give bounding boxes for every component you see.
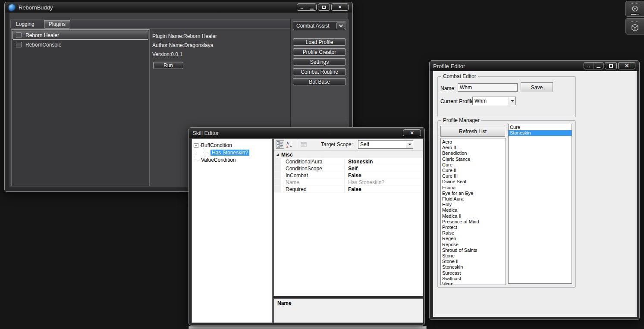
target-scope-label: Target Scope: [321,141,353,147]
panel-button[interactable]: Combat Routine [293,68,346,75]
skill-list-item[interactable]: Cure III [441,173,506,179]
resize-icon[interactable]: ↔ [584,63,594,69]
plugin-name-line: Plugin Name:Reborn Healer [152,32,217,41]
minimize-button[interactable] [307,4,316,10]
tree-node-valuecondition[interactable]: ValueCondition [201,157,236,163]
property-value[interactable]: Stoneskin [344,158,423,165]
tree-line [204,153,210,153]
panel-button-label: Profile Creator [303,49,336,55]
property-value[interactable]: False [344,186,423,192]
profile-list-item[interactable]: Cure [509,125,572,130]
name-label: Name: [440,85,456,91]
skill-list-item[interactable]: Medica II [441,213,506,219]
tab[interactable]: Plugins [44,20,70,28]
refresh-list-button[interactable]: Refresh List [440,126,505,137]
skill-list-item[interactable]: Stone II [441,259,506,264]
property-grid-rows: Misc ConditionalAura Stoneskin Condition… [274,151,423,296]
docked-bot-tile-1[interactable] [625,1,644,17]
skill-list-item[interactable]: Raise [441,230,506,236]
skill-name: Medica II [442,213,462,219]
skill-list-item[interactable]: Cure II [441,168,506,173]
current-profile-arrow-button[interactable] [509,97,515,105]
target-scope-arrow-button[interactable] [406,141,413,148]
skill-list-item[interactable]: Eye for an Eye [441,191,506,196]
plugin-row[interactable]: RebornConsole [13,40,148,49]
property-row[interactable]: InCombat False [274,172,423,179]
tree-node-buffcondition[interactable]: BuffCondition [201,142,232,148]
skill-name: Cure II [442,168,456,173]
profile-editor-titlebar[interactable]: Profile Editor ↔ ✕ [430,61,639,71]
maximize-button[interactable] [318,3,330,11]
docked-bot-tile-2[interactable] [625,18,644,34]
run-button[interactable]: Run [153,62,183,69]
tab[interactable]: Logging [11,20,40,28]
skill-list-item[interactable]: Holy [441,202,506,207]
sort-alphabetical-icon[interactable]: A Z [285,140,294,149]
categorized-view-icon[interactable] [276,140,284,149]
background-window-edge [188,326,427,329]
skill-name: Cure III [442,173,458,179]
skill-list-item[interactable]: Presence of Mind [441,219,506,225]
plugin-checkbox[interactable] [16,32,22,38]
skill-list-item[interactable]: Repose [441,242,506,248]
panel-button[interactable]: Profile Creator [293,48,346,56]
cube-icon [631,23,639,32]
chevron-down-icon [339,23,343,27]
current-profile-value: Whm [473,98,509,104]
panel-button[interactable]: Bot Base [293,78,346,85]
close-button[interactable]: ✕ [618,62,635,69]
profile-editor-title: Profile Editor [430,63,465,69]
property-category-row[interactable]: Misc [274,151,423,158]
property-grid: A Z Target Scope: Self [273,138,423,296]
skill-list-item[interactable]: Aero [441,139,506,145]
plugin-row[interactable]: Reborn Healer [13,31,148,40]
skill-list-item[interactable]: Cleric Stance [441,157,506,162]
skill-list-item[interactable]: Protect [441,225,506,230]
skill-list-item[interactable]: Shroud of Saints [441,248,506,253]
property-row-gutter [274,158,281,165]
profile-list-item[interactable]: Stoneskin [509,130,572,136]
tree-collapse-icon[interactable]: − [194,143,198,148]
property-value[interactable]: Self [344,165,423,172]
property-row-gutter [274,179,281,185]
tree-node-has-stoneskin[interactable]: Has Stoneskin? [210,150,249,156]
plugin-checkbox[interactable] [16,42,22,47]
property-name: Name [281,179,344,185]
bot-selector-dropdown[interactable]: Combat Assist [293,21,346,30]
skill-list-item[interactable]: Aero II [441,145,506,150]
panel-button[interactable]: Load Profile [293,38,346,46]
rebornbuddy-titlebar[interactable]: RebornBuddy ↔ ✕ [5,2,352,13]
profile-name-input[interactable] [458,83,518,92]
target-scope-dropdown[interactable]: Self [358,140,413,149]
skill-list-item[interactable]: Esuna [441,185,506,191]
skill-editor-close-button[interactable]: ✕ [403,129,421,136]
minimize-icon [310,9,314,9]
property-value[interactable]: False [344,172,423,179]
skill-list-item[interactable]: Stone [441,253,506,259]
skill-list-item[interactable]: Fluid Aura [441,196,506,202]
skill-list-item[interactable]: Divine Seal [441,179,506,185]
maximize-button[interactable] [605,62,617,69]
skill-list-item[interactable]: Benediction [441,150,506,156]
skill-list-item[interactable]: Virus [441,282,506,285]
minimize-button[interactable] [594,63,603,69]
close-button[interactable]: ✕ [331,3,349,11]
property-row[interactable]: ConditionalAura Stoneskin [274,158,423,165]
skill-list-item[interactable]: Stoneskin [441,264,506,270]
skill-list-item[interactable]: Surecast [441,270,506,276]
panel-button[interactable]: Settings [293,58,346,66]
save-button[interactable]: Save [521,82,553,92]
skill-list-item[interactable]: Medica [441,207,506,213]
skill-list-item[interactable]: Cure [441,162,506,168]
current-profile-dropdown[interactable]: Whm [472,97,516,105]
resize-icon[interactable]: ↔ [297,4,307,10]
property-row[interactable]: Required False [274,186,423,193]
property-row[interactable]: ConditionScope Self [274,165,423,172]
bot-selector-arrow-button[interactable] [336,22,345,29]
property-pages-icon[interactable] [299,140,308,149]
property-value[interactable]: Has Stoneskin? [344,179,423,185]
skill-list-item[interactable]: Regen [441,236,506,241]
property-row[interactable]: Name Has Stoneskin? [274,179,423,186]
skill-editor-titlebar[interactable]: Skill Editor [189,128,424,138]
skill-list-item[interactable]: Swiftcast [441,276,506,282]
